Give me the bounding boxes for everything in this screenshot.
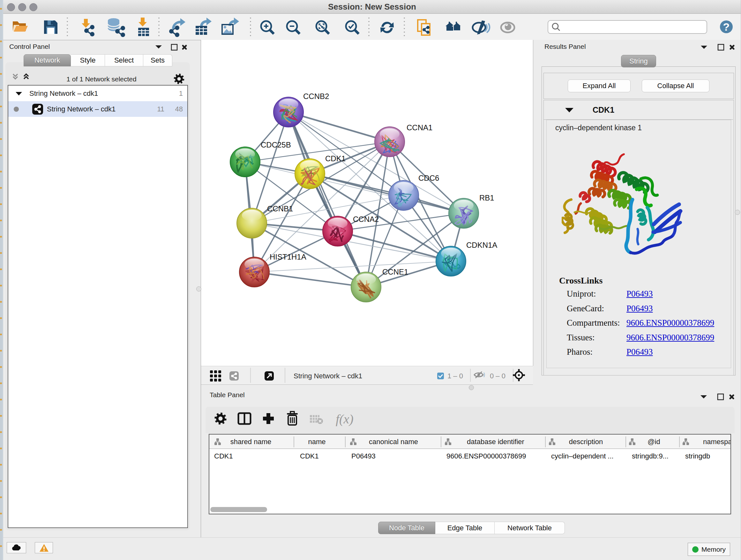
svg-text:cyclin–dependent ...: cyclin–dependent ... [551, 452, 614, 460]
svg-text:CCNB2: CCNB2 [303, 92, 329, 101]
svg-text:0 – 0: 0 – 0 [490, 372, 506, 380]
svg-text:HIST1H1A: HIST1H1A [270, 253, 307, 261]
svg-text:shared name: shared name [230, 438, 271, 446]
svg-text:1 of 1 Network selected: 1 of 1 Network selected [66, 75, 136, 83]
svg-text:P06493: P06493 [351, 452, 376, 460]
svg-text:stringdb:9...: stringdb:9... [632, 452, 669, 460]
svg-text:CCNA1: CCNA1 [407, 123, 432, 132]
svg-text:1 – 0: 1 – 0 [448, 372, 463, 380]
svg-text:@id: @id [648, 438, 660, 446]
svg-text:canonical name: canonical name [369, 438, 418, 446]
svg-text:description: description [569, 438, 603, 446]
svg-text:CCNB1: CCNB1 [267, 204, 293, 213]
svg-text:CDC25B: CDC25B [261, 140, 291, 149]
svg-text:database identifier: database identifier [467, 438, 524, 446]
svg-text:RB1: RB1 [479, 193, 494, 202]
svg-text:9606.ENSP00000378699: 9606.ENSP00000378699 [447, 452, 526, 460]
svg-text:stringdb: stringdb [685, 452, 710, 460]
svg-text:CDKN1A: CDKN1A [466, 241, 497, 249]
svg-text:CCNA2: CCNA2 [353, 215, 379, 224]
svg-text:?: ? [723, 21, 730, 33]
svg-text:CCNE1: CCNE1 [382, 267, 408, 276]
svg-text:f(x): f(x) [336, 412, 354, 426]
svg-text:CDK1: CDK1 [214, 452, 233, 460]
svg-text:namespac: namespac [703, 438, 731, 446]
svg-text:name: name [308, 438, 326, 446]
svg-text:String Network – cdk1: String Network – cdk1 [293, 372, 362, 380]
svg-text:CDK1: CDK1 [325, 154, 346, 163]
svg-text:CDK1: CDK1 [300, 452, 319, 460]
svg-text:CDC6: CDC6 [418, 174, 439, 182]
